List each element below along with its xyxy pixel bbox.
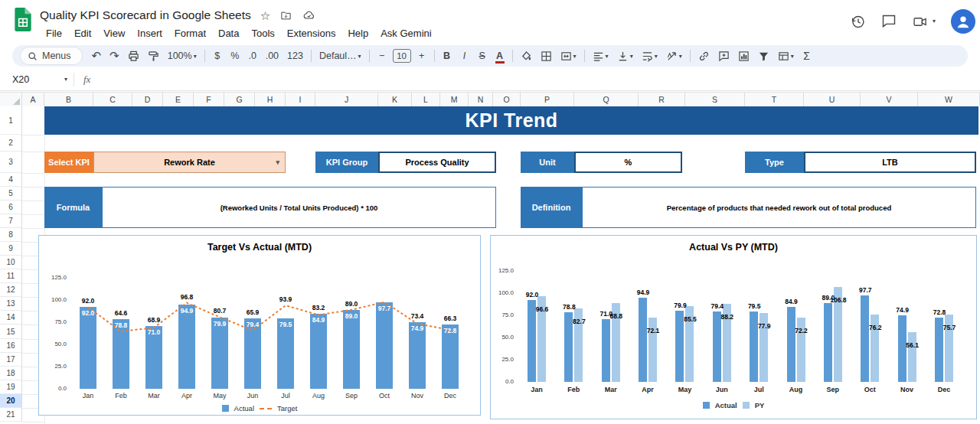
column-header-L[interactable]: L <box>412 93 440 106</box>
column-header-F[interactable]: F <box>194 93 224 106</box>
filter-button[interactable] <box>756 47 772 64</box>
column-header-A[interactable]: A <box>22 93 44 106</box>
column-header-E[interactable]: E <box>163 93 194 106</box>
undo-button[interactable]: ↶ <box>90 47 104 64</box>
text-rotate-button[interactable]: ▾ <box>664 47 684 64</box>
fx-icon: fx <box>83 73 90 86</box>
redo-button[interactable]: ↷ <box>107 47 122 64</box>
month-label: Apr <box>635 386 661 393</box>
increase-decimal-button[interactable]: .00 <box>263 47 281 64</box>
sheet-canvas[interactable]: 123456789101112131415161718192021 KPI Tr… <box>0 106 980 424</box>
column-header-J[interactable]: J <box>315 93 378 106</box>
fill-color-button[interactable] <box>518 47 534 64</box>
decrease-decimal-button[interactable]: .0 <box>246 47 260 64</box>
unit-label: Unit <box>521 152 574 173</box>
italic-button[interactable]: I <box>458 47 472 64</box>
column-header-C[interactable]: C <box>93 93 132 106</box>
column-header-D[interactable]: D <box>132 93 163 106</box>
py-value-label: 88.2 <box>716 313 739 321</box>
column-header-M[interactable]: M <box>440 93 469 106</box>
menu-view[interactable]: View <box>97 26 131 41</box>
cloud-status-icon <box>302 9 316 21</box>
meet-video-icon[interactable]: ▾ <box>912 15 936 29</box>
chart-actual-vs-py[interactable]: Actual Vs PY (MTD) ActualPY 0.025.050.07… <box>490 235 977 419</box>
column-header-N[interactable]: N <box>469 93 493 106</box>
column-header-K[interactable]: K <box>378 93 412 106</box>
google-sheets-logo[interactable] <box>14 8 32 34</box>
star-icon[interactable]: ☆ <box>260 10 270 21</box>
bold-button[interactable]: B <box>440 47 454 64</box>
insert-comment-button[interactable] <box>716 47 732 64</box>
target-value-label: 83.2 <box>307 304 330 311</box>
column-header-R[interactable]: R <box>639 93 685 106</box>
column-header-B[interactable]: B <box>44 93 93 106</box>
column-header-P[interactable]: P <box>521 93 574 106</box>
insert-chart-button[interactable] <box>736 47 752 64</box>
bar-actual <box>787 307 795 382</box>
paint-format-button[interactable] <box>145 47 162 64</box>
text-wrap-button[interactable]: ▾ <box>639 47 660 64</box>
column-header-I[interactable]: I <box>286 93 315 106</box>
column-header-O[interactable]: O <box>493 93 521 106</box>
target-value-label: 92.0 <box>77 297 100 305</box>
table-views-button[interactable]: ▾ <box>776 47 796 64</box>
bar-actual <box>376 302 393 389</box>
zoom-select[interactable]: 100%▾ <box>165 47 199 64</box>
font-select[interactable]: Defaul…▾ <box>317 47 364 64</box>
menu-insert[interactable]: Insert <box>131 26 168 41</box>
menu-ask-gemini[interactable]: Ask Gemini <box>374 26 437 41</box>
format-percent-button[interactable]: % <box>228 47 242 64</box>
menu-data[interactable]: Data <box>212 26 245 41</box>
menu-help[interactable]: Help <box>341 26 374 41</box>
column-header-U[interactable]: U <box>804 93 861 106</box>
column-header-G[interactable]: G <box>224 93 255 106</box>
document-title[interactable]: Quality KPI Scorecard in Google Sheets <box>40 8 251 22</box>
comments-icon[interactable] <box>881 14 897 29</box>
number-format-button[interactable]: 123 <box>285 47 305 64</box>
functions-button[interactable]: Σ <box>800 47 814 64</box>
column-header-V[interactable]: V <box>861 93 918 106</box>
menu-tools[interactable]: Tools <box>245 26 280 41</box>
horizontal-align-button[interactable]: ▾ <box>590 47 611 64</box>
chart-target-vs-actual[interactable]: Target Vs Actual (MTD) ActualTarget 0.02… <box>38 235 481 416</box>
legend-swatch-target <box>260 408 272 409</box>
month-label: Nov <box>894 386 920 393</box>
name-box[interactable]: X20 ▾ <box>0 74 67 85</box>
version-history-icon[interactable] <box>850 14 866 30</box>
text-color-button[interactable]: A <box>493 47 507 64</box>
month-label: Oct <box>857 386 883 393</box>
py-value-label: 88.8 <box>605 312 628 320</box>
increase-font-size-button[interactable]: + <box>415 47 429 64</box>
move-folder-icon[interactable] <box>279 10 292 21</box>
column-header-H[interactable]: H <box>255 93 286 106</box>
column-header-W[interactable]: W <box>918 93 980 106</box>
bar-actual <box>211 318 228 389</box>
menus-search-button[interactable]: Menus <box>20 47 83 65</box>
borders-button[interactable] <box>538 47 554 64</box>
menu-edit[interactable]: Edit <box>68 26 97 41</box>
insert-link-button[interactable] <box>696 47 712 64</box>
vertical-align-button[interactable]: ▾ <box>615 47 635 64</box>
chart2-title: Actual Vs PY (MTD) <box>491 242 976 253</box>
font-size-input[interactable]: 10 <box>393 49 411 63</box>
column-header-S[interactable]: S <box>685 93 745 106</box>
decrease-font-size-button[interactable]: − <box>375 47 389 64</box>
menu-format[interactable]: Format <box>168 26 212 41</box>
format-currency-button[interactable]: $ <box>211 47 224 64</box>
merge-cells-button[interactable]: ▾ <box>558 47 579 64</box>
py-value-label: 77.9 <box>753 322 776 330</box>
strikethrough-button[interactable]: S <box>475 47 489 64</box>
actual-value-label: 97.7 <box>854 286 877 294</box>
toolbar-divider <box>369 50 370 62</box>
month-label: May <box>207 392 233 400</box>
print-button[interactable] <box>126 47 142 64</box>
column-header-T[interactable]: T <box>745 93 804 106</box>
select-kpi-dropdown[interactable]: Rework Rate ▾ <box>93 152 286 173</box>
menu-file[interactable]: File <box>40 26 68 41</box>
toolbar-divider <box>204 50 205 62</box>
column-header-Q[interactable]: Q <box>574 93 639 106</box>
menu-extensions[interactable]: Extensions <box>281 26 342 41</box>
month-label: Dec <box>437 392 463 400</box>
select-all-corner[interactable] <box>0 93 22 106</box>
account-avatar[interactable] <box>951 9 975 34</box>
